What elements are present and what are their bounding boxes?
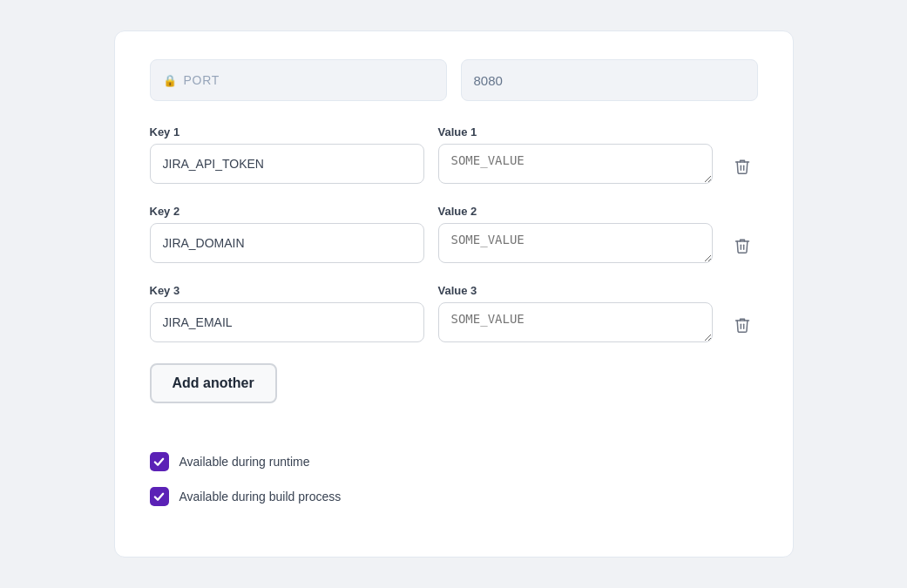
value-input-1[interactable] xyxy=(438,144,713,184)
key-input-2[interactable] xyxy=(150,223,424,263)
value-label-2: Value 2 xyxy=(438,205,713,218)
checkbox-2[interactable] xyxy=(150,487,169,506)
key-label-2: Key 2 xyxy=(150,205,424,218)
key-group-1: Key 1 xyxy=(150,125,424,184)
key-input-3[interactable] xyxy=(150,302,424,342)
checkbox-label-2: Available during build process xyxy=(179,490,342,504)
trash-icon-1 xyxy=(734,158,751,175)
delete-button-1[interactable] xyxy=(727,151,758,182)
main-card: 🔒 PORT 8080 Key 1 Value 1 xyxy=(114,30,794,558)
port-field: 🔒 PORT xyxy=(150,59,447,101)
key-input-1[interactable] xyxy=(150,144,424,184)
checkboxes-container: Available during runtime Available durin… xyxy=(150,452,758,506)
value-input-2[interactable] xyxy=(438,223,713,263)
kv-row-1: Key 1 Value 1 xyxy=(150,125,758,184)
value-label-1: Value 1 xyxy=(438,125,713,139)
port-value: 8080 xyxy=(474,73,503,88)
kv-row-2: Key 2 Value 2 xyxy=(150,205,758,263)
checkbox-1[interactable] xyxy=(150,452,169,471)
trash-icon-3 xyxy=(734,316,751,334)
kv-container: Key 1 Value 1 Key 2 Value xyxy=(150,125,758,342)
key-label-1: Key 1 xyxy=(150,125,424,139)
kv-group-1: Key 1 Value 1 xyxy=(150,125,713,184)
value-label-3: Value 3 xyxy=(438,284,713,297)
kv-group-3: Key 3 Value 3 xyxy=(150,284,713,342)
key-group-2: Key 2 xyxy=(150,205,424,263)
check-icon-1 xyxy=(153,456,165,468)
checkbox-label-1: Available during runtime xyxy=(179,455,310,469)
value-input-3[interactable] xyxy=(438,302,713,342)
check-icon-2 xyxy=(153,491,165,503)
delete-button-2[interactable] xyxy=(727,230,758,261)
port-label: PORT xyxy=(184,73,220,87)
port-row: 🔒 PORT 8080 xyxy=(150,59,758,101)
value-group-3: Value 3 xyxy=(438,284,713,342)
trash-icon-2 xyxy=(734,237,751,254)
kv-group-2: Key 2 Value 2 xyxy=(150,205,713,263)
add-another-button[interactable]: Add another xyxy=(150,363,277,403)
key-label-3: Key 3 xyxy=(150,284,424,297)
lock-icon: 🔒 xyxy=(163,74,177,87)
checkbox-row-2: Available during build process xyxy=(150,487,758,506)
value-group-1: Value 1 xyxy=(438,125,713,184)
kv-row-3: Key 3 Value 3 xyxy=(150,284,758,342)
key-group-3: Key 3 xyxy=(150,284,424,342)
checkbox-row-1: Available during runtime xyxy=(150,452,758,471)
port-value-field: 8080 xyxy=(461,59,758,101)
value-group-2: Value 2 xyxy=(438,205,713,263)
delete-button-3[interactable] xyxy=(727,309,758,341)
